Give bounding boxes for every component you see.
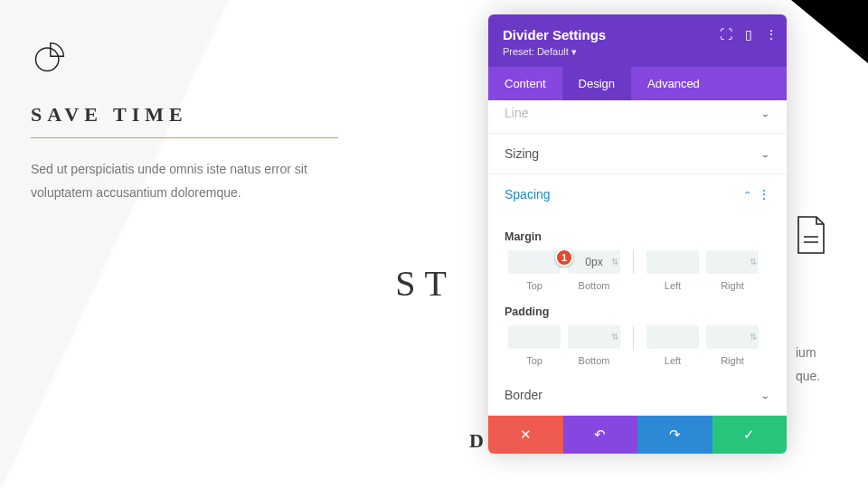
chevron-down-icon: ⌄ [760, 390, 770, 400]
text-fragment-ium: ium [796, 345, 816, 360]
padding-top-input[interactable] [508, 325, 561, 349]
padding-right-label: Right [703, 355, 762, 366]
save-button[interactable]: ✓ [712, 416, 788, 454]
undo-button[interactable]: ↶ [563, 416, 638, 454]
section-border[interactable]: Border ⌄ [488, 375, 787, 416]
chevron-up-icon: ⌄ [742, 190, 752, 200]
chevron-down-icon: ⌄ [760, 108, 770, 118]
chevron-down-icon: ⌄ [760, 149, 770, 159]
link-icon[interactable]: ⇅ [750, 257, 757, 267]
padding-top-label: Top [505, 355, 564, 366]
margin-bottom-label: Bottom [564, 280, 624, 291]
tab-advanced[interactable]: Advanced [631, 67, 716, 100]
more-icon[interactable]: ⋮ [765, 27, 778, 42]
save-time-paragraph: Sed ut perspiciatis unde omnis iste natu… [31, 158, 329, 205]
document-icon [792, 213, 830, 260]
section-spacing-label: Spacing [505, 187, 551, 202]
tab-design[interactable]: Design [562, 67, 631, 100]
margin-top-label: Top [505, 280, 564, 291]
margin-top-input[interactable] [508, 250, 561, 274]
margin-label: Margin [505, 230, 770, 243]
link-icon[interactable]: ⇅ [750, 332, 757, 342]
margin-left-input[interactable] [646, 250, 699, 274]
preset-selector[interactable]: Preset: Default ▾ [503, 46, 772, 58]
section-sizing[interactable]: Sizing ⌄ [488, 134, 787, 174]
margin-right-label: Right [703, 280, 762, 291]
save-time-heading: SAVE TIME [31, 103, 347, 127]
section-line-label: Line [505, 106, 528, 120]
link-icon[interactable]: ⇅ [611, 332, 618, 342]
link-icon[interactable]: ⇅ [611, 257, 618, 267]
text-fragment-que: que. [796, 369, 820, 383]
panel-header[interactable]: Divider Settings Preset: Default ▾ ⛶ ▯ ⋮ [488, 14, 787, 67]
pie-chart-icon [31, 40, 347, 80]
tab-content[interactable]: Content [488, 67, 562, 100]
annotation-badge-1: 1 [555, 249, 573, 267]
svg-point-0 [35, 48, 58, 70]
heading-underline [31, 137, 338, 138]
section-line[interactable]: Line ⌄ [488, 100, 787, 134]
section-spacing[interactable]: Spacing ⌄⋮ [488, 174, 787, 214]
padding-bottom-label: Bottom [564, 355, 624, 366]
mobile-preview-icon[interactable]: ▯ [745, 27, 752, 42]
section-sizing-label: Sizing [505, 146, 539, 161]
panel-footer: ✕ ↶ ↷ ✓ [488, 416, 787, 454]
standard-heading-left: ST [395, 262, 456, 305]
padding-label: Padding [505, 305, 770, 318]
expand-icon[interactable]: ⛶ [720, 27, 732, 42]
divider-settings-panel: Divider Settings Preset: Default ▾ ⛶ ▯ ⋮… [488, 14, 787, 454]
panel-tabs: Content Design Advanced [488, 67, 787, 100]
redo-button[interactable]: ↷ [637, 416, 712, 454]
section-border-label: Border [505, 388, 542, 402]
margin-left-label: Left [643, 280, 703, 291]
padding-left-label: Left [643, 355, 703, 366]
cancel-button[interactable]: ✕ [488, 416, 563, 454]
section-options-icon[interactable]: ⋮ [758, 187, 770, 202]
padding-left-input[interactable] [646, 325, 699, 349]
